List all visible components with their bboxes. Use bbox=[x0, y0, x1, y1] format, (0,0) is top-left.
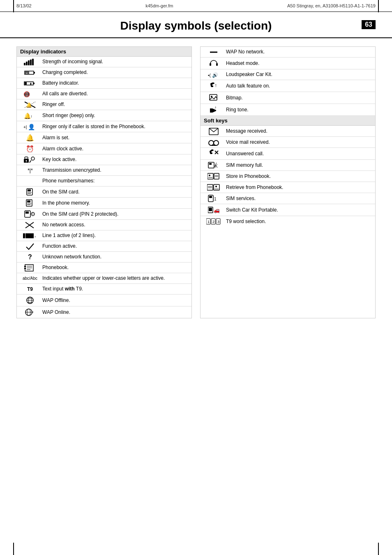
svg-text:♪: ♪ bbox=[214, 105, 217, 109]
t9-input-desc: Text input with T9. bbox=[41, 286, 189, 292]
line1-icon: › bbox=[19, 233, 41, 239]
t9-word-desc: T9 word selection. bbox=[224, 218, 373, 225]
svg-text:🔔: 🔔 bbox=[26, 102, 32, 108]
store-phonebook-icon bbox=[203, 172, 224, 180]
unencrypted-icon: *|* bbox=[19, 168, 41, 173]
svg-text:2: 2 bbox=[212, 220, 214, 224]
header-right: A50 Stingray, en, A31008-H5110-A1-1-7619 bbox=[287, 3, 376, 8]
svg-text:↑: ↑ bbox=[30, 114, 32, 119]
footer-border-right bbox=[378, 543, 379, 555]
table-row: + Charging completed. bbox=[17, 67, 191, 78]
diverted-icon: 📵 bbox=[19, 90, 41, 98]
svg-text:3: 3 bbox=[217, 220, 219, 224]
svg-rect-2 bbox=[28, 60, 30, 65]
no-network-desc: No network access. bbox=[41, 221, 189, 228]
svg-text:+: + bbox=[26, 71, 28, 75]
phonebook-icon bbox=[19, 264, 41, 272]
table-row: 🚗 Switch Car Kit Portable. bbox=[201, 204, 375, 216]
svg-rect-48 bbox=[30, 233, 32, 238]
svg-point-88 bbox=[209, 175, 210, 176]
wap-no-network-desc: WAP No network. bbox=[224, 48, 373, 55]
battery-icon: ▮ bbox=[19, 80, 41, 87]
svg-rect-1 bbox=[26, 62, 28, 65]
unencrypted-desc: Transmission unencrypted. bbox=[41, 167, 189, 174]
table-row: Store in Phonebook. bbox=[201, 171, 375, 182]
svg-rect-11 bbox=[25, 82, 27, 85]
short-ringer-icon: 🔔 ↑ bbox=[19, 111, 41, 120]
abc-icon: abc/Abc bbox=[19, 276, 41, 281]
table-row: On the SIM card (PIN 2 protected). bbox=[17, 209, 191, 220]
ringer-off-desc: Ringer off. bbox=[41, 101, 189, 108]
auto-talk-icon: ↑ bbox=[203, 81, 224, 90]
table-row: *|* Transmission unencrypted. bbox=[17, 165, 191, 176]
sim-full-desc: SIM memory full. bbox=[224, 162, 373, 169]
svg-text:👤: 👤 bbox=[28, 124, 35, 131]
key-lock-icon bbox=[19, 156, 41, 164]
auto-talk-desc: Auto talk feature on. bbox=[224, 83, 373, 90]
svg-point-78 bbox=[209, 140, 214, 145]
svg-rect-3 bbox=[30, 60, 32, 65]
alarm-active-icon: ⏰ bbox=[19, 145, 41, 153]
svg-text:📵: 📵 bbox=[23, 91, 30, 98]
wap-online-desc: WAP Online. bbox=[41, 309, 189, 316]
table-row: Headset mode. bbox=[201, 58, 375, 69]
svg-rect-6 bbox=[34, 72, 35, 74]
t9-symbol: T9 bbox=[27, 286, 33, 292]
phone-memory-icon bbox=[19, 199, 41, 207]
svg-text:↑: ↑ bbox=[214, 83, 217, 88]
svg-text:²: ² bbox=[32, 311, 34, 315]
retrieve-phonebook-desc: Retrieve from Phonebook. bbox=[224, 184, 373, 191]
svg-text:•(: •( bbox=[208, 73, 211, 78]
sim-pin-desc: On the SIM card (PIN 2 protected). bbox=[41, 211, 189, 218]
headset-mode-desc: Headset mode. bbox=[224, 60, 373, 67]
svg-rect-45 bbox=[23, 233, 25, 238]
charging-desc: Charging completed. bbox=[41, 69, 189, 76]
svg-text:1: 1 bbox=[214, 197, 217, 201]
page-header: 8/13/02 k45dm-ger.fm A50 Stingray, en, A… bbox=[0, 0, 392, 12]
alarm-set-desc: Alarm is set. bbox=[41, 134, 189, 141]
page-title: Display symbols (selection) bbox=[16, 19, 376, 32]
voicemail-desc: Voice mail received. bbox=[224, 139, 373, 146]
svg-rect-47 bbox=[28, 233, 30, 238]
table-row: ⏰ Alarm clock active. bbox=[17, 143, 191, 154]
table-row: ↑ Auto talk feature on. bbox=[201, 80, 375, 92]
page-number: 63 bbox=[362, 20, 376, 29]
svg-rect-4 bbox=[32, 59, 34, 65]
table-row: ▮ Battery indicator. bbox=[17, 78, 191, 89]
svg-rect-53 bbox=[24, 268, 26, 269]
sim-services-icon: 1 bbox=[203, 194, 224, 203]
table-row: 🔔 ↑ Short ringer (beep) only. bbox=[17, 110, 191, 121]
table-row: Phonebook. bbox=[17, 263, 191, 273]
ring-tone-desc: Ring tone. bbox=[224, 106, 373, 113]
signal-bars-desc: Strength of incoming signal. bbox=[41, 58, 189, 65]
table-row: T9 Text input with T9. bbox=[17, 284, 191, 295]
svg-rect-23 bbox=[25, 157, 28, 159]
battery-desc: Battery indicator. bbox=[41, 80, 189, 87]
table-row: Voice mail received. bbox=[201, 137, 375, 148]
table-row: WAP No network. bbox=[201, 47, 375, 58]
t9-word-icon: 1 2 3 bbox=[203, 217, 224, 226]
table-row: WAP Offline. bbox=[17, 295, 191, 306]
ringer-off-icon: 🔔 bbox=[19, 101, 41, 108]
question-mark-symbol: ? bbox=[28, 253, 32, 261]
voicemail-icon bbox=[203, 138, 224, 146]
svg-rect-103 bbox=[209, 208, 212, 211]
table-row: Phone numbers/names: bbox=[17, 176, 191, 187]
function-active-icon bbox=[19, 243, 41, 250]
display-indicators-header: Display indicators bbox=[17, 47, 191, 57]
svg-rect-68 bbox=[216, 63, 218, 66]
svg-rect-84 bbox=[209, 163, 212, 165]
abc-desc: Indicates whether upper or lower-case le… bbox=[41, 275, 189, 282]
ringer-caller-icon: +| 👤 bbox=[19, 122, 41, 131]
unknown-network-desc: Unknown network function. bbox=[41, 253, 189, 260]
unencrypted-symbol: *|* bbox=[28, 168, 32, 173]
page-title-area: Display symbols (selection) 63 bbox=[0, 12, 392, 38]
table-row: ♪ Ring tone. bbox=[201, 104, 375, 116]
phonebook-desc: Phonebook. bbox=[41, 264, 189, 271]
right-column: WAP No network. Headset mode. •( 🔊 Lou bbox=[200, 46, 376, 318]
wap-offline-icon bbox=[19, 296, 41, 305]
table-row: Message received. bbox=[201, 126, 375, 137]
sim-card-desc: On the SIM card. bbox=[41, 189, 189, 196]
table-row: 📵 All calls are diverted. bbox=[17, 89, 191, 99]
table-row: Bitmap. bbox=[201, 92, 375, 104]
